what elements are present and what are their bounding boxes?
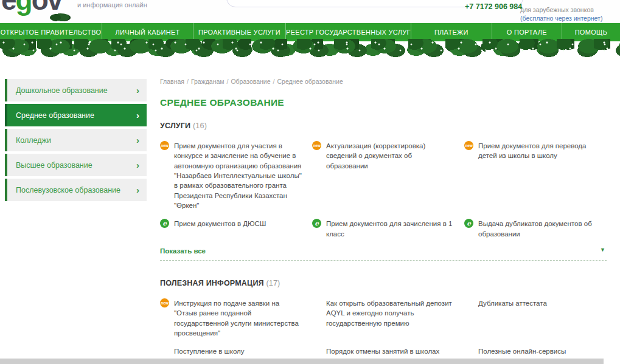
- info-heading-label: ПОЛЕЗНАЯ ИНФОРМАЦИЯ: [160, 279, 264, 287]
- egov-service-badge-icon: e: [464, 219, 473, 228]
- logo-letter-e: e: [1, 0, 16, 16]
- info-item: Как открыть образовательный депозит AQYL…: [312, 298, 455, 338]
- logo-letter-g: g: [16, 0, 32, 16]
- breadcrumb-separator: /: [227, 78, 229, 85]
- breadcrumb-current: Среднее образование: [277, 78, 343, 85]
- breadcrumb-separator: /: [187, 78, 189, 85]
- service-link[interactable]: Прием документов для участия в конкурсе …: [174, 142, 302, 209]
- show-all-services-link[interactable]: Показать все: [160, 247, 206, 255]
- service-item: e Выдача дубликатов документов об образо…: [464, 219, 607, 239]
- service-link[interactable]: Выдача дубликатов документов об образова…: [478, 220, 592, 237]
- free-call-link[interactable]: (бесплатно через интернет): [520, 15, 602, 22]
- chevron-down-icon[interactable]: ▼: [600, 247, 605, 253]
- service-link[interactable]: Прием документов в ДЮСШ: [174, 220, 266, 227]
- breadcrumb-separator: /: [273, 78, 275, 85]
- sidebar-item-secondary-education[interactable]: Среднее образование ›: [5, 104, 147, 126]
- new-badge-icon: new: [160, 141, 169, 150]
- sidebar-item-label: Послевузовское образование: [16, 186, 120, 194]
- info-link[interactable]: Поступление в школу: [174, 348, 245, 355]
- info-heading: ПОЛЕЗНАЯ ИНФОРМАЦИЯ (17): [160, 279, 607, 287]
- service-item: new Актуализация (корректировка) сведени…: [312, 141, 455, 210]
- service-link[interactable]: Прием документов для перевода детей из ш…: [478, 142, 586, 159]
- sidebar-item-label: Среднее образование: [16, 111, 94, 120]
- info-grid: new Инструкция по подаче заявки на "Отзы…: [160, 298, 607, 364]
- info-count: (17): [266, 279, 280, 287]
- page-title: СРЕДНЕЕ ОБРАЗОВАНИЕ: [160, 97, 607, 108]
- service-item: new Прием документов для участия в конку…: [160, 141, 302, 210]
- chevron-right-icon: ›: [136, 185, 139, 194]
- phone-note: для зарубежных звонков (бесплатно через …: [520, 5, 602, 22]
- chevron-right-icon: ›: [136, 111, 139, 120]
- phone-note-text: для зарубежных звонков: [520, 6, 594, 13]
- breadcrumb-home[interactable]: Главная: [160, 78, 184, 85]
- service-item: e Прием документов в ДЮСШ: [160, 219, 302, 239]
- sidebar-item-label: Колледжи: [16, 136, 51, 145]
- christmas-garland-decoration: [0, 39, 620, 61]
- service-item: e Прием документов для зачисления в 1 кл…: [312, 219, 455, 239]
- chevron-right-icon: ›: [136, 86, 139, 95]
- services-heading: УСЛУГИ (16): [160, 122, 607, 130]
- egov-service-badge-icon: e: [160, 219, 169, 228]
- sidebar-item-higher-education[interactable]: Высшее образование ›: [5, 154, 147, 176]
- sidebar-item-label: Дошкольное образование: [16, 86, 108, 95]
- breadcrumb-education[interactable]: Образование: [231, 78, 270, 85]
- sidebar-item-label: Высшее образование: [16, 161, 92, 170]
- phone-number: +7 7172 906 984: [465, 2, 522, 11]
- info-item: new Инструкция по подаче заявки на "Отзы…: [160, 298, 302, 338]
- info-link[interactable]: Дубликаты аттестата: [478, 300, 547, 307]
- sidebar: Дошкольное образование › Среднее образов…: [5, 79, 147, 204]
- garland-sprig-icon: [50, 13, 71, 22]
- new-badge-icon: new: [160, 298, 169, 307]
- services-grid: new Прием документов для участия в конку…: [160, 141, 607, 239]
- info-link[interactable]: Полезные онлайн-сервисы: [478, 348, 566, 355]
- services-show-all: Показать все ▼: [160, 245, 607, 261]
- egov-service-badge-icon: e: [312, 219, 321, 228]
- new-badge-icon: new: [312, 141, 321, 150]
- info-item: Дубликаты аттестата: [464, 298, 607, 338]
- service-link[interactable]: Прием документов для зачисления в 1 клас…: [326, 220, 452, 237]
- service-item: new Прием документов для перевода детей …: [464, 141, 607, 210]
- breadcrumb-citizens[interactable]: Гражданам: [191, 78, 225, 85]
- breadcrumb: Главная/Гражданам/Образование/Среднее об…: [160, 78, 607, 85]
- header: egov и информация онлайн +7 7172 906 984…: [0, 0, 620, 23]
- info-link[interactable]: Инструкция по подаче заявки на "Отзыв ра…: [174, 300, 299, 337]
- sidebar-item-postgraduate-education[interactable]: Послевузовское образование ›: [5, 179, 147, 201]
- site-tagline: и информация онлайн: [77, 1, 147, 9]
- services-count: (16): [193, 122, 207, 130]
- sidebar-item-preschool-education[interactable]: Дошкольное образование ›: [5, 79, 147, 101]
- sidebar-item-colleges[interactable]: Колледжи ›: [5, 129, 147, 151]
- chevron-right-icon: ›: [136, 160, 139, 170]
- info-link[interactable]: Как открыть образовательный депозит AQYL…: [326, 300, 452, 327]
- main-content: Главная/Гражданам/Образование/Среднее об…: [160, 78, 607, 364]
- new-badge-icon: new: [464, 141, 473, 150]
- services-heading-label: УСЛУГИ: [160, 122, 190, 130]
- service-link[interactable]: Актуализация (корректировка) сведений о …: [326, 142, 425, 170]
- page: egov и информация онлайн +7 7172 906 984…: [0, 0, 620, 364]
- content: Дошкольное образование › Среднее образов…: [0, 61, 620, 364]
- chevron-right-icon: ›: [136, 136, 139, 145]
- footer-edge-bar: [0, 359, 604, 364]
